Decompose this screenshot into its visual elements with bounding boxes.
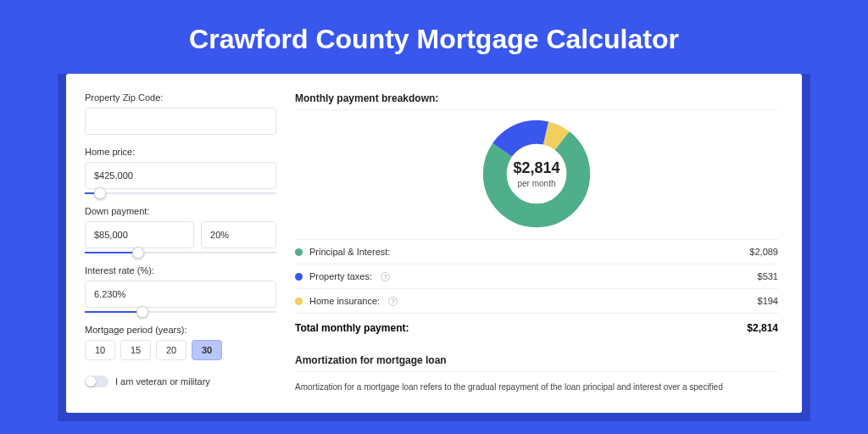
legend-label: Principal & Interest: [309,247,390,257]
legend-label: Property taxes: [309,271,372,281]
divider [295,109,778,110]
rate-input[interactable] [85,281,276,308]
legend-dot-icon [295,298,303,305]
amortization-section: Amortization for mortgage loan Amortizat… [295,354,778,393]
slider-knob-icon[interactable] [94,187,106,199]
breakdown-column: Monthly payment breakdown: $2,814 per mo… [295,74,802,413]
rate-field: Interest rate (%): [85,265,276,313]
donut-container: $2,814 per month [295,119,778,229]
donut-center-value: $2,814 [513,159,559,177]
legend-row: Home insurance:?$194 [295,288,778,313]
rate-slider[interactable] [85,311,276,313]
legend-dot-icon [295,248,303,256]
zip-field: Property Zip Code: [85,92,276,135]
period-field: Mortgage period (years): 10152030 [85,325,276,360]
legend-row: Property taxes:?$531 [295,264,778,288]
period-label: Mortgage period (years): [85,325,276,335]
period-option-15[interactable]: 15 [120,340,151,360]
down-percent-input[interactable] [201,221,276,248]
breakdown-title: Monthly payment breakdown: [295,92,778,104]
price-field: Home price: [85,147,276,194]
rate-label: Interest rate (%): [85,265,276,275]
down-label: Down payment: [85,206,276,216]
legend-value: $531 [758,271,778,281]
price-label: Home price: [85,147,276,157]
amortization-title: Amortization for mortgage loan [295,354,778,366]
divider [295,371,778,372]
total-label: Total monthly payment: [295,322,409,334]
payment-donut-chart: $2,814 per month [481,119,592,229]
down-amount-input[interactable] [85,221,194,248]
slider-knob-icon[interactable] [136,306,148,318]
panel-shadow: Property Zip Code: Home price: Down paym… [58,74,810,421]
legend-dot-icon [295,273,303,281]
total-value: $2,814 [747,322,778,334]
period-option-20[interactable]: 20 [156,340,186,360]
period-option-10[interactable]: 10 [85,340,115,360]
help-icon[interactable]: ? [388,297,398,306]
down-slider[interactable] [85,252,276,253]
veteran-row: I am veteran or military [85,376,276,387]
inputs-column: Property Zip Code: Home price: Down paym… [66,74,295,413]
donut-center-sub: per month [517,179,555,188]
legend-row: Principal & Interest:$2,089 [295,239,778,264]
page-title: Crawford County Mortgage Calculator [0,0,868,74]
legend-label: Home insurance: [309,296,380,306]
veteran-toggle[interactable] [85,376,108,387]
down-field: Down payment: [85,206,276,253]
veteran-label: I am veteran or military [115,376,210,387]
slider-knob-icon[interactable] [132,247,144,259]
total-row: Total monthly payment: $2,814 [295,313,778,342]
period-option-30[interactable]: 30 [192,340,222,360]
help-icon[interactable]: ? [381,272,390,281]
legend-value: $194 [758,296,778,306]
price-input[interactable] [85,162,276,189]
zip-input[interactable] [85,108,276,135]
calculator-panel: Property Zip Code: Home price: Down paym… [66,74,802,413]
price-slider[interactable] [85,192,276,194]
amortization-body: Amortization for a mortgage loan refers … [295,381,778,393]
breakdown-legend: Principal & Interest:$2,089Property taxe… [295,239,778,313]
legend-value: $2,089 [749,247,778,257]
period-options: 10152030 [85,340,276,360]
zip-label: Property Zip Code: [85,92,276,103]
